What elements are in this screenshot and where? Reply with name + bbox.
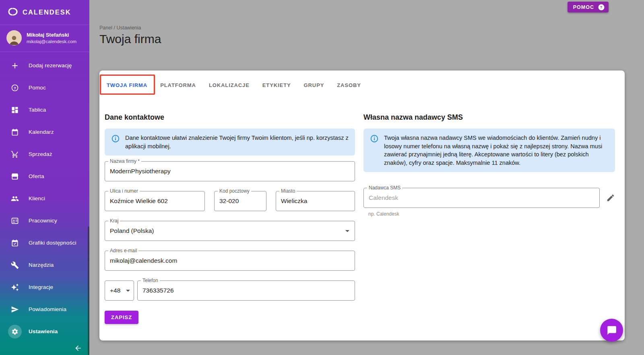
chat-fab-button[interactable]: [600, 319, 623, 342]
tab-etykiety[interactable]: ETYKIETY: [256, 75, 297, 95]
storefront-icon: [8, 170, 22, 183]
chevron-down-icon: [345, 230, 349, 232]
brand-name: CALENDESK: [23, 8, 71, 16]
sidebar-item-pomoc[interactable]: ? Pomoc: [0, 77, 89, 99]
contact-heading: Dane kontaktowe: [105, 113, 355, 122]
sidebar-item-powiadomienia[interactable]: Powiadomienia: [0, 298, 89, 320]
settings-card: TWOJA FIRMA PLATFORMA LOKALIZACJE ETYKIE…: [99, 71, 625, 340]
sms-info-text: Twoja własna nazwa nadawcy SMS we wiadom…: [384, 134, 609, 167]
tools-icon: [8, 258, 22, 272]
contact-info-text: Dane kontaktowe ułatwi znalezienie Twoje…: [125, 134, 349, 150]
tab-grupy[interactable]: GRUPY: [297, 75, 331, 95]
tab-lokalizacje[interactable]: LOKALIZACJE: [202, 75, 256, 95]
sms-helper-text: np. Calendesk: [368, 211, 615, 217]
sms-info-box: Twoja własna nazwa nadawcy SMS we wiadom…: [363, 129, 615, 172]
sidebar-item-kalendarz[interactable]: Kalendarz: [0, 121, 89, 143]
info-icon: [370, 134, 379, 167]
sidebar-item-ustawienia[interactable]: Ustawienia: [0, 320, 89, 343]
sidebar-scrollbar[interactable]: [88, 226, 89, 355]
people-icon: [8, 192, 22, 206]
contact-section: Dane kontaktowe Dane kontaktowe ułatwi z…: [105, 113, 355, 324]
sms-heading: Własna nazwa nadawcy SMS: [363, 113, 615, 122]
sidebar-item-pracownicy[interactable]: Pracownicy: [0, 210, 89, 232]
street-field[interactable]: Ulica i numer Koźmice Wielkie 602: [105, 191, 205, 211]
sidebar: CALENDESK Mikołaj Stefański mikolaj@cale…: [0, 0, 89, 355]
sidebar-item-dodaj-rezerwacje[interactable]: Dodaj rezerwację: [0, 54, 89, 77]
main-area: POMOC ? Panel / Ustawienia Twoja firma T…: [89, 0, 644, 355]
help-icon: ?: [8, 81, 22, 95]
postal-code-field[interactable]: Kod pocztowy 32-020: [214, 191, 266, 211]
sms-section: Własna nazwa nadawcy SMS Twoja własna na…: [363, 113, 615, 324]
calendar-icon: [8, 125, 22, 139]
city-field[interactable]: Miasto Wieliczka: [276, 191, 355, 211]
sidebar-item-oferta[interactable]: Oferta: [0, 165, 89, 187]
tab-bar: TWOJA FIRMA PLATFORMA LOKALIZACJE ETYKIE…: [100, 75, 625, 95]
tab-zasoby[interactable]: ZASOBY: [330, 75, 367, 95]
sidebar-item-tablica[interactable]: Tablica: [0, 99, 89, 121]
sidebar-item-sprzedaz[interactable]: Sprzedaż: [0, 143, 89, 165]
brand-logo[interactable]: CALENDESK: [0, 0, 89, 25]
cart-icon: [8, 147, 22, 161]
country-select[interactable]: Kraj Poland (Polska): [105, 221, 355, 241]
sidebar-item-grafiki-dostepnosci[interactable]: Grafiki dostępności: [0, 232, 89, 254]
tab-platforma[interactable]: PLATFORMA: [154, 75, 202, 95]
company-name-field[interactable]: Nazwa firmy * ModernPhysiotherapy: [105, 161, 355, 181]
sidebar-item-narzedzia[interactable]: Narzędzia: [0, 254, 89, 276]
svg-text:?: ?: [600, 5, 603, 9]
sidebar-item-klienci[interactable]: Klienci: [0, 187, 89, 210]
calendesk-logo-icon: [6, 7, 19, 18]
user-avatar: [6, 30, 22, 46]
integrations-icon: [8, 280, 22, 294]
plus-icon: [8, 59, 22, 73]
chat-bubble-icon: [607, 325, 617, 336]
sidebar-item-integracje[interactable]: Integracje: [0, 276, 89, 298]
sidebar-menu: Dodaj rezerwację ? Pomoc Tablica Kalenda…: [0, 52, 89, 343]
help-button[interactable]: POMOC ?: [568, 2, 609, 12]
user-profile[interactable]: Mikołaj Stefański mikolaj@calendesk.com: [0, 25, 89, 52]
sms-sender-field[interactable]: Nadawca SMS Calendesk: [363, 188, 600, 208]
contact-info-box: Dane kontaktowe ułatwi znalezienie Twoje…: [105, 129, 355, 156]
gear-icon: [8, 325, 22, 338]
send-icon: [8, 303, 22, 316]
tab-twoja-firma[interactable]: TWOJA FIRMA: [100, 75, 154, 95]
user-email: mikolaj@calendesk.com: [27, 39, 76, 44]
save-button[interactable]: ZAPISZ: [105, 311, 138, 324]
breadcrumb[interactable]: Panel / Ustawienia: [99, 25, 141, 31]
phone-field[interactable]: Telefon 736335726: [137, 280, 355, 301]
help-circle-icon: ?: [598, 4, 605, 11]
edit-pencil-icon[interactable]: [606, 193, 615, 202]
info-icon: [111, 134, 120, 150]
employee-badge-icon: [8, 214, 22, 228]
chevron-down-icon: [126, 290, 130, 292]
collapse-sidebar-arrow-icon[interactable]: [74, 344, 82, 352]
dashboard-icon: [8, 103, 22, 117]
svg-text:?: ?: [14, 85, 16, 90]
email-field[interactable]: Adres e-mail mikolaj@calendesk.com: [105, 251, 355, 271]
phone-prefix-select[interactable]: +48: [105, 280, 134, 301]
page-title: Twoja firma: [99, 32, 161, 46]
availability-calendar-icon: [8, 236, 22, 250]
user-name: Mikołaj Stefański: [27, 32, 76, 38]
